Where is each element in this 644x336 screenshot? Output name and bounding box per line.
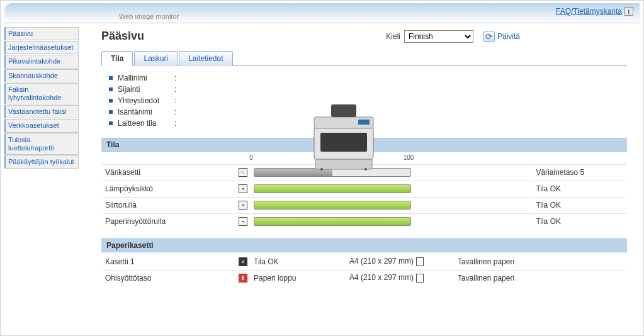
tabs: Tila Laskuri Laitetiedot xyxy=(101,50,627,66)
level-bar xyxy=(254,201,411,210)
header-bar: Web image monitor FAQ/Tietämyskanta i xyxy=(4,3,640,23)
consumable-status: Väriainetaso 5 xyxy=(533,164,626,179)
paper-table: Kasetti 1 ≡ Tila OK A4 (210 x 297 mm) Ta… xyxy=(101,252,627,286)
level-fill xyxy=(254,201,410,209)
paper-type: Tavallinen paperi xyxy=(455,254,626,269)
app-window: Web image monitor FAQ/Tietämyskanta i Pä… xyxy=(0,0,644,336)
tray-ok-icon: ≡ xyxy=(239,257,247,266)
tray-label: Kasetti 1 xyxy=(103,254,235,269)
bullet-icon xyxy=(109,110,113,114)
unit-icon: ▪ xyxy=(239,184,247,193)
consumable-status: Tila OK xyxy=(533,213,626,228)
language-label: Kieli xyxy=(386,32,400,41)
consumable-label: Värikasetti xyxy=(103,164,235,179)
bullet-icon xyxy=(109,121,113,125)
svg-point-6 xyxy=(320,168,323,171)
paper-type: Tavallinen paperi xyxy=(455,270,626,285)
sidebar-item-admin-tools[interactable]: Pääkäyttäjän työkalut xyxy=(4,155,79,169)
tab-counter[interactable]: Laskuri xyxy=(134,51,178,66)
level-fill xyxy=(254,218,410,225)
tab-status[interactable]: Tila xyxy=(101,51,133,66)
printer-image xyxy=(309,98,378,174)
refresh-label: Päivitä xyxy=(497,32,520,41)
sidebar-item-home[interactable]: Pääsivu xyxy=(4,27,79,40)
tray-error-icon: ⬇ xyxy=(239,274,247,283)
info-key: Sijainti xyxy=(118,85,174,94)
refresh-button[interactable]: ⟳ Päivitä xyxy=(483,31,520,42)
level-bar xyxy=(254,217,411,226)
tray-label: Ohisyöttötaso xyxy=(103,270,235,285)
svg-rect-5 xyxy=(358,120,370,125)
svg-rect-4 xyxy=(331,104,356,117)
sidebar-item-quick-dial[interactable]: Pikavalintakohde xyxy=(4,55,79,68)
sidebar-item-system-settings[interactable]: Järjestelmäasetukset xyxy=(4,41,79,54)
bullet-icon xyxy=(109,99,113,103)
toner-icon: ⁙ xyxy=(239,168,247,177)
info-key: Mallinimi xyxy=(118,74,174,82)
paper-orientation-icon xyxy=(416,274,424,283)
paper-size: A4 (210 x 297 mm) xyxy=(349,273,414,282)
unit-icon: ▪ xyxy=(239,201,247,210)
faq-link[interactable]: FAQ/Tietämyskanta xyxy=(556,7,622,16)
app-title: Web image monitor xyxy=(119,13,179,20)
paper-orientation-icon xyxy=(416,257,424,266)
refresh-icon: ⟳ xyxy=(483,31,495,42)
bullet-icon xyxy=(109,87,113,91)
consumable-label: Siirtorulla xyxy=(103,197,235,212)
info-key: Laitteen tila xyxy=(118,119,174,128)
tray-status: Paperi loppu xyxy=(251,270,346,285)
svg-rect-0 xyxy=(315,158,372,169)
consumable-status: Tila OK xyxy=(533,181,626,196)
svg-rect-2 xyxy=(320,133,367,152)
consumable-label: Lämpöyksikkö xyxy=(103,181,235,196)
info-key: Isäntänimi xyxy=(118,108,174,116)
paper-section-header: Paperikasetti xyxy=(101,238,627,252)
unit-icon: ▪ xyxy=(239,217,247,226)
sidebar-item-network-settings[interactable]: Verkkoasetukset xyxy=(4,119,79,132)
info-icon[interactable]: i xyxy=(624,7,633,16)
sidebar-item-fax-speed-dial[interactable]: Faksin lyhytvalintakohde xyxy=(4,83,79,104)
page-title: Pääsivu xyxy=(101,30,386,43)
sidebar-item-received-fax[interactable]: Vastaanotettu faksi xyxy=(4,105,79,118)
info-key: Yhteystiedot xyxy=(118,96,174,105)
faq-area: FAQ/Tietämyskanta i xyxy=(556,7,633,16)
tab-device-info[interactable]: Laitetiedot xyxy=(179,51,232,66)
sidebar-item-scan-destination[interactable]: Skannauskohde xyxy=(4,69,79,82)
language-select[interactable]: Finnish xyxy=(404,30,473,43)
sidebar: Pääsivu Järjestelmäasetukset Pikavalinta… xyxy=(4,27,79,332)
bullet-icon xyxy=(109,76,113,80)
sidebar-item-print-list-report[interactable]: Tulosta luettelo/raportti xyxy=(4,133,79,155)
svg-point-7 xyxy=(364,168,367,171)
consumable-status: Tila OK xyxy=(533,197,626,212)
paper-size: A4 (210 x 297 mm) xyxy=(349,257,414,266)
tray-status: Tila OK xyxy=(251,254,346,269)
level-fill xyxy=(254,185,410,193)
level-bar xyxy=(254,184,411,193)
consumable-label: Paperinsyöttörulla xyxy=(103,213,235,228)
main-content: Pääsivu Kieli Finnish ⟳ Päivitä Tila Las… xyxy=(82,27,640,332)
